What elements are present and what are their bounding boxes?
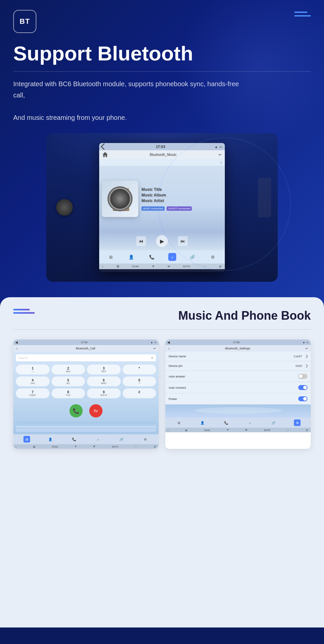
- settings-grid-icon[interactable]: ⊞: [176, 419, 182, 426]
- prev-button[interactable]: ⏮: [136, 236, 146, 246]
- settings-status-bar: ◀ 17:53 ▲ ▭: [165, 340, 311, 345]
- phone-icon[interactable]: 📞: [148, 253, 156, 261]
- logo-text: BT: [20, 17, 30, 26]
- call-screen: ◀ 17:53 ▲ ▭ ⌂ Bluetooth_Call ↩ Search ✕: [13, 340, 159, 449]
- ac-icon: ⇄: [168, 265, 170, 268]
- device-name-label: Device name: [169, 355, 186, 358]
- settings-system-bar: ⌂ ⏻ DUAL ❄ ⇄ AUTO ↔ 🔊: [165, 428, 311, 432]
- contacts-icon[interactable]: 👤: [127, 253, 135, 261]
- call-sys-vol: 🔊: [154, 445, 157, 448]
- dial-key-2[interactable]: 2ABC: [52, 365, 85, 375]
- call-buttons: 📞 Re: [16, 402, 156, 420]
- settings-sys-fan: ❄: [227, 429, 229, 431]
- call-sys-fan: ❄: [75, 445, 77, 448]
- settings-battery-icon: ▭: [306, 341, 309, 344]
- call-music-icon[interactable]: ♪: [95, 436, 101, 443]
- settings-sys-temp: ↔: [287, 429, 289, 431]
- settings-contacts-icon[interactable]: 👤: [199, 419, 206, 426]
- auto-connect-label: Auto connect: [169, 386, 186, 389]
- music-icon[interactable]: ♪: [168, 253, 176, 261]
- setting-row-power: Power: [165, 393, 311, 405]
- temp-icon: ↔: [203, 265, 206, 268]
- settings-home-icon: ⌂: [168, 347, 170, 350]
- dial-key-5[interactable]: 5JKL: [52, 376, 85, 386]
- device-name-chevron[interactable]: [304, 354, 308, 358]
- fan-icon: ❄: [152, 265, 154, 268]
- call-back-nav-icon[interactable]: ↩: [153, 347, 156, 350]
- hamburger-menu[interactable]: [294, 12, 311, 17]
- player-screen: 17:53 ▲ ▭ Bluetooth_Music ↩ ♪: [99, 143, 225, 272]
- setting-row-auto-answer: Auto answer: [165, 371, 311, 382]
- settings-back-nav-icon[interactable]: ↩: [305, 347, 308, 350]
- dial-key-0[interactable]: 0+: [123, 376, 156, 386]
- settings-app-name: Bluetooth_Settings: [225, 347, 250, 350]
- call-link-icon[interactable]: 🔗: [118, 436, 125, 443]
- settings-settings-icon[interactable]: ⚙: [294, 419, 301, 426]
- call-sys-ac: ⇄: [93, 445, 95, 448]
- grid-icon[interactable]: ⊞: [107, 253, 115, 261]
- call-settings-icon[interactable]: ⚙: [142, 436, 148, 443]
- auto-answer-toggle[interactable]: [298, 374, 307, 379]
- settings-sys-power: ⏻: [185, 429, 187, 431]
- power-toggle[interactable]: [298, 396, 307, 401]
- redial-button[interactable]: Re: [89, 404, 102, 417]
- settings-icon[interactable]: ⚙: [209, 253, 217, 261]
- call-sys-power: ⏻: [33, 446, 35, 448]
- dial-key-star[interactable]: *: [123, 365, 156, 375]
- power-sys-icon: ⏻: [116, 265, 119, 268]
- call-sys-home: ⌂: [15, 446, 17, 448]
- hamburger-line-2: [294, 15, 311, 17]
- dial-key-3[interactable]: 3DEF: [87, 365, 121, 375]
- next-button[interactable]: ⏭: [178, 236, 188, 246]
- dial-key-hash[interactable]: #: [123, 388, 156, 398]
- call-grid-icon[interactable]: ⊞: [23, 436, 30, 443]
- link-icon[interactable]: 🔗: [188, 253, 196, 261]
- call-sys-temp: ↔: [135, 446, 137, 448]
- back-icon[interactable]: ↩: [219, 153, 222, 157]
- vol-icon: 🔊: [219, 265, 222, 268]
- player-main: Music Title Music Album Music Artist A2D…: [99, 166, 225, 232]
- setting-row-device-pin: Device pin 0000: [165, 361, 311, 371]
- settings-music-icon[interactable]: ♪: [247, 419, 253, 426]
- a2dp-badge: A2DP connected: [142, 206, 165, 211]
- avrcp-badge: AVRCP connected: [167, 206, 192, 211]
- dial-key-7[interactable]: 7PQRS: [16, 388, 50, 398]
- dial-key-9[interactable]: 9WXYZ: [87, 388, 121, 398]
- auto-connect-toggle[interactable]: [298, 385, 307, 390]
- screen-status-bar: 17:53 ▲ ▭: [99, 143, 225, 150]
- status-time: 17:53: [156, 145, 165, 149]
- dial-key-1[interactable]: 1—: [16, 365, 50, 375]
- music-info: Music Title Music Album Music Artist A2D…: [142, 187, 222, 211]
- settings-phone-icon[interactable]: 📞: [223, 419, 229, 426]
- device-pin-chevron[interactable]: [304, 364, 308, 368]
- call-battery-icon: ▭: [154, 341, 157, 344]
- music-title: Music Title: [142, 187, 222, 192]
- car-right-panel: [258, 178, 271, 217]
- call-phone-icon[interactable]: 📞: [71, 436, 77, 443]
- device-pin-label: Device pin: [169, 364, 182, 368]
- status-icons: ▲ ▭: [215, 145, 222, 149]
- settings-sys-vol: 🔊: [306, 429, 309, 431]
- back-arrow-icon[interactable]: [101, 143, 107, 150]
- auto-answer-label: Auto answer: [169, 375, 185, 378]
- settings-wifi-icon: ▲: [303, 341, 305, 344]
- settings-sys-dual: DUAL: [204, 429, 210, 431]
- call-wave-decoration: [16, 422, 156, 432]
- call-button[interactable]: 📞: [69, 404, 83, 417]
- home-icon[interactable]: [102, 152, 108, 157]
- play-button[interactable]: ▶: [156, 235, 168, 247]
- call-time: 17:53: [81, 341, 88, 344]
- music-artist: Music Artist: [142, 198, 222, 203]
- page-title: Support Bluetooth: [13, 42, 311, 65]
- settings-link-icon[interactable]: 🔗: [270, 419, 277, 426]
- dial-key-6[interactable]: 6MNO: [87, 376, 121, 386]
- auto-label: AUTO: [183, 265, 190, 268]
- settings-time: 17:53: [233, 341, 240, 344]
- dial-key-8[interactable]: 8TUV: [52, 388, 85, 398]
- call-contacts-icon[interactable]: 👤: [47, 436, 54, 443]
- app-name: Bluetooth_Music: [150, 153, 177, 157]
- device-pin-value: 0000: [296, 364, 302, 368]
- clear-search-icon[interactable]: ✕: [151, 356, 153, 360]
- dial-key-4[interactable]: 4GHI: [16, 376, 50, 386]
- screen-nav-bar: Bluetooth_Music ↩: [99, 150, 225, 159]
